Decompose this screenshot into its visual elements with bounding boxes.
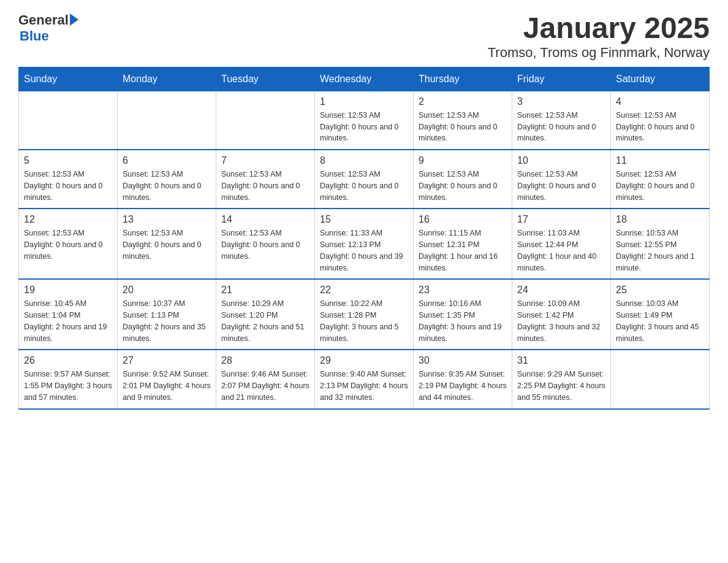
day-cell: 17Sunrise: 11:03 AM Sunset: 12:44 PM Day… bbox=[512, 209, 611, 279]
day-info: Sunset: 12:53 AM Daylight: 0 hours and 0… bbox=[24, 169, 112, 203]
day-cell: 10Sunset: 12:53 AM Daylight: 0 hours and… bbox=[512, 150, 611, 209]
header-row: SundayMondayTuesdayWednesdayThursdayFrid… bbox=[19, 67, 710, 91]
day-info: Sunset: 12:53 AM Daylight: 0 hours and 0… bbox=[24, 228, 112, 262]
week-row-3: 12Sunset: 12:53 AM Daylight: 0 hours and… bbox=[19, 209, 710, 279]
day-number: 19 bbox=[24, 285, 112, 296]
day-cell: 12Sunset: 12:53 AM Daylight: 0 hours and… bbox=[19, 209, 118, 279]
day-info: Sunset: 12:53 AM Daylight: 0 hours and 0… bbox=[517, 169, 605, 203]
title-block: January 2025 Tromso, Troms og Finnmark, … bbox=[488, 12, 710, 61]
day-number: 20 bbox=[123, 285, 211, 296]
page-title: January 2025 bbox=[488, 12, 710, 45]
day-number: 16 bbox=[419, 214, 507, 225]
logo-blue-text: Blue bbox=[20, 28, 49, 44]
day-number: 4 bbox=[616, 96, 704, 107]
day-cell: 8Sunset: 12:53 AM Daylight: 0 hours and … bbox=[315, 150, 414, 209]
day-number: 18 bbox=[616, 214, 704, 225]
day-number: 27 bbox=[123, 355, 211, 366]
day-info: Sunrise: 10:29 AM Sunset: 1:20 PM Daylig… bbox=[221, 298, 309, 344]
day-info: Sunrise: 9:57 AM Sunset: 1:55 PM Dayligh… bbox=[24, 369, 112, 403]
day-cell: 4Sunset: 12:53 AM Daylight: 0 hours and … bbox=[611, 91, 710, 150]
day-number: 22 bbox=[320, 285, 408, 296]
day-cell bbox=[118, 91, 216, 150]
day-info: Sunrise: 9:40 AM Sunset: 2:13 PM Dayligh… bbox=[320, 369, 408, 403]
week-row-2: 5Sunset: 12:53 AM Daylight: 0 hours and … bbox=[19, 150, 710, 209]
week-row-1: 1Sunset: 12:53 AM Daylight: 0 hours and … bbox=[19, 91, 710, 150]
day-number: 7 bbox=[221, 155, 309, 166]
calendar-body: 1Sunset: 12:53 AM Daylight: 0 hours and … bbox=[19, 91, 710, 408]
day-cell: 16Sunrise: 11:15 AM Sunset: 12:31 PM Day… bbox=[414, 209, 512, 279]
day-info: Sunset: 12:53 AM Daylight: 0 hours and 0… bbox=[517, 110, 605, 144]
week-row-4: 19Sunrise: 10:45 AM Sunset: 1:04 PM Dayl… bbox=[19, 279, 710, 350]
day-info: Sunrise: 10:03 AM Sunset: 1:49 PM Daylig… bbox=[616, 298, 704, 344]
day-info: Sunset: 12:53 AM Daylight: 0 hours and 0… bbox=[221, 228, 309, 262]
header-cell-saturday: Saturday bbox=[611, 67, 710, 91]
day-info: Sunrise: 11:15 AM Sunset: 12:31 PM Dayli… bbox=[419, 228, 507, 274]
day-info: Sunset: 12:53 AM Daylight: 0 hours and 0… bbox=[123, 228, 211, 262]
day-info: Sunset: 12:53 AM Daylight: 0 hours and 0… bbox=[320, 110, 408, 144]
day-number: 21 bbox=[221, 285, 309, 296]
day-number: 11 bbox=[616, 155, 704, 166]
day-cell: 31Sunrise: 9:29 AM Sunset: 2:25 PM Dayli… bbox=[512, 350, 611, 408]
day-number: 29 bbox=[320, 355, 408, 366]
day-cell: 25Sunrise: 10:03 AM Sunset: 1:49 PM Dayl… bbox=[611, 279, 710, 350]
day-cell: 1Sunset: 12:53 AM Daylight: 0 hours and … bbox=[315, 91, 414, 150]
day-info: Sunset: 12:53 AM Daylight: 0 hours and 0… bbox=[320, 169, 408, 203]
day-info: Sunrise: 9:46 AM Sunset: 2:07 PM Dayligh… bbox=[221, 369, 309, 403]
day-info: Sunrise: 10:53 AM Sunset: 12:55 PM Dayli… bbox=[616, 228, 704, 274]
day-cell: 7Sunset: 12:53 AM Daylight: 0 hours and … bbox=[216, 150, 315, 209]
day-cell: 5Sunset: 12:53 AM Daylight: 0 hours and … bbox=[19, 150, 118, 209]
day-cell: 14Sunset: 12:53 AM Daylight: 0 hours and… bbox=[216, 209, 315, 279]
day-info: Sunset: 12:53 AM Daylight: 0 hours and 0… bbox=[616, 110, 704, 144]
page-header: General Blue January 2025 Tromso, Troms … bbox=[18, 12, 710, 61]
logo-arrow-icon bbox=[70, 13, 78, 26]
day-info: Sunset: 12:53 AM Daylight: 0 hours and 0… bbox=[419, 110, 507, 144]
day-number: 14 bbox=[221, 214, 309, 225]
day-number: 28 bbox=[221, 355, 309, 366]
day-number: 25 bbox=[616, 285, 704, 296]
day-cell: 28Sunrise: 9:46 AM Sunset: 2:07 PM Dayli… bbox=[216, 350, 315, 408]
day-info: Sunrise: 10:37 AM Sunset: 1:13 PM Daylig… bbox=[123, 298, 211, 344]
header-cell-tuesday: Tuesday bbox=[216, 67, 315, 91]
day-number: 10 bbox=[517, 155, 605, 166]
day-cell: 22Sunrise: 10:22 AM Sunset: 1:28 PM Dayl… bbox=[315, 279, 414, 350]
day-number: 15 bbox=[320, 214, 408, 225]
day-cell bbox=[611, 350, 710, 408]
day-cell: 30Sunrise: 9:35 AM Sunset: 2:19 PM Dayli… bbox=[414, 350, 512, 408]
day-number: 13 bbox=[123, 214, 211, 225]
day-number: 12 bbox=[24, 214, 112, 225]
day-info: Sunrise: 11:33 AM Sunset: 12:13 PM Dayli… bbox=[320, 228, 408, 274]
day-number: 5 bbox=[24, 155, 112, 166]
day-cell: 9Sunset: 12:53 AM Daylight: 0 hours and … bbox=[414, 150, 512, 209]
day-number: 3 bbox=[517, 96, 605, 107]
day-cell: 2Sunset: 12:53 AM Daylight: 0 hours and … bbox=[414, 91, 512, 150]
day-cell: 27Sunrise: 9:52 AM Sunset: 2:01 PM Dayli… bbox=[118, 350, 216, 408]
day-cell: 20Sunrise: 10:37 AM Sunset: 1:13 PM Dayl… bbox=[118, 279, 216, 350]
day-info: Sunset: 12:53 AM Daylight: 0 hours and 0… bbox=[123, 169, 211, 203]
day-number: 23 bbox=[419, 285, 507, 296]
day-info: Sunrise: 9:35 AM Sunset: 2:19 PM Dayligh… bbox=[419, 369, 507, 403]
day-cell: 24Sunrise: 10:09 AM Sunset: 1:42 PM Dayl… bbox=[512, 279, 611, 350]
day-number: 24 bbox=[517, 285, 605, 296]
day-cell: 19Sunrise: 10:45 AM Sunset: 1:04 PM Dayl… bbox=[19, 279, 118, 350]
day-number: 6 bbox=[123, 155, 211, 166]
page-subtitle: Tromso, Troms og Finnmark, Norway bbox=[488, 45, 710, 61]
day-number: 9 bbox=[419, 155, 507, 166]
day-info: Sunrise: 10:45 AM Sunset: 1:04 PM Daylig… bbox=[24, 298, 112, 344]
header-cell-sunday: Sunday bbox=[19, 67, 118, 91]
day-info: Sunset: 12:53 AM Daylight: 0 hours and 0… bbox=[419, 169, 507, 203]
day-cell: 18Sunrise: 10:53 AM Sunset: 12:55 PM Day… bbox=[611, 209, 710, 279]
day-cell: 3Sunset: 12:53 AM Daylight: 0 hours and … bbox=[512, 91, 611, 150]
calendar-header: SundayMondayTuesdayWednesdayThursdayFrid… bbox=[19, 67, 710, 91]
header-cell-monday: Monday bbox=[118, 67, 216, 91]
day-cell: 13Sunset: 12:53 AM Daylight: 0 hours and… bbox=[118, 209, 216, 279]
calendar-table: SundayMondayTuesdayWednesdayThursdayFrid… bbox=[18, 67, 710, 410]
day-cell: 29Sunrise: 9:40 AM Sunset: 2:13 PM Dayli… bbox=[315, 350, 414, 408]
day-info: Sunrise: 10:22 AM Sunset: 1:28 PM Daylig… bbox=[320, 298, 408, 344]
day-cell: 6Sunset: 12:53 AM Daylight: 0 hours and … bbox=[118, 150, 216, 209]
day-number: 30 bbox=[419, 355, 507, 366]
day-number: 1 bbox=[320, 96, 408, 107]
day-cell bbox=[19, 91, 118, 150]
header-cell-thursday: Thursday bbox=[414, 67, 512, 91]
day-info: Sunrise: 9:52 AM Sunset: 2:01 PM Dayligh… bbox=[123, 369, 211, 403]
day-number: 8 bbox=[320, 155, 408, 166]
